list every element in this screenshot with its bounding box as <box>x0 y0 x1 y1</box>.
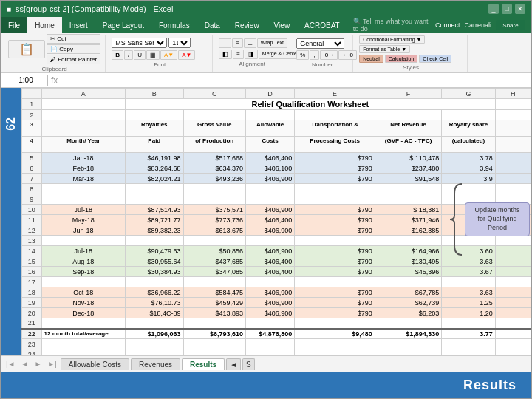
cell-b10[interactable]: $87,514.93 <box>126 205 183 215</box>
cell-b8[interactable] <box>126 184 183 194</box>
copy-button[interactable]: 📄 Copy <box>47 44 100 54</box>
cell-a14[interactable]: Jul-18 <box>41 246 126 256</box>
col-f-header[interactable]: F <box>375 89 441 99</box>
minimize-button[interactable]: _ <box>488 4 499 14</box>
cell-e20[interactable]: $790 <box>295 308 375 318</box>
align-right-button[interactable]: ◨ <box>245 50 258 59</box>
tab-file[interactable]: File <box>1 17 27 33</box>
cell-b6[interactable]: $83,264.68 <box>126 163 183 174</box>
cell-e12[interactable]: $790 <box>295 225 375 236</box>
cell-a7[interactable]: Mar-18 <box>41 174 126 184</box>
cell-f9[interactable] <box>375 194 441 205</box>
cell-d12[interactable]: $406,900 <box>245 225 294 236</box>
cell-c10[interactable]: $375,571 <box>183 205 245 215</box>
cell-c12[interactable]: $613,675 <box>183 225 245 236</box>
tab-insert[interactable]: Insert <box>62 17 95 33</box>
cell-e8[interactable] <box>295 184 375 194</box>
wrap-text-button[interactable]: Wrap Text <box>257 38 287 48</box>
cell-e15[interactable]: $790 <box>295 256 375 267</box>
cell-d8[interactable] <box>245 184 294 194</box>
cell-g20[interactable]: 1.20 <box>442 308 495 318</box>
cell-h2[interactable] <box>495 110 531 120</box>
cell-b9[interactable] <box>126 194 183 205</box>
cell-b11[interactable]: $89,721.77 <box>126 215 183 225</box>
col-a-header[interactable]: A <box>41 89 126 99</box>
cell-e9[interactable] <box>295 194 375 205</box>
cell-d4[interactable]: Costs <box>245 137 294 153</box>
font-color-button[interactable]: A▼ <box>178 50 195 60</box>
cell-c22[interactable]: $6,793,610 <box>183 329 245 339</box>
cell-a19[interactable]: Nov-18 <box>41 298 126 308</box>
cell-f22[interactable]: $1,894,330 <box>375 329 441 339</box>
cell-b17[interactable] <box>126 277 183 287</box>
cell-b21[interactable] <box>126 318 183 329</box>
cell-f19[interactable]: $62,739 <box>375 298 441 308</box>
cell-d22[interactable]: $4,876,800 <box>245 329 294 339</box>
cell-title[interactable]: Relief Qualification Worksheet <box>126 99 496 110</box>
cell-h20[interactable] <box>495 308 531 318</box>
cell-c19[interactable]: $459,429 <box>183 298 245 308</box>
cell-h15[interactable] <box>495 256 531 267</box>
decrease-decimal-button[interactable]: ←.0 <box>338 50 357 60</box>
cell-c16[interactable]: $347,085 <box>183 267 245 277</box>
cell-f4[interactable]: (GVP - AC - TPC) <box>375 137 441 153</box>
cell-h19[interactable] <box>495 298 531 308</box>
cell-h16[interactable] <box>495 267 531 277</box>
tab-page-layout[interactable]: Page Layout <box>95 17 151 33</box>
cell-d7[interactable]: $406,900 <box>245 174 294 184</box>
cell-e11[interactable]: $790 <box>295 215 375 225</box>
cell-f11[interactable]: $371,946 <box>375 215 441 225</box>
bold-button[interactable]: B <box>112 50 123 60</box>
cell-b16[interactable]: $30,384.93 <box>126 267 183 277</box>
cell-h18[interactable] <box>495 287 531 298</box>
cell-d19[interactable]: $406,900 <box>245 298 294 308</box>
cell-d2[interactable] <box>245 110 294 120</box>
cell-b13[interactable] <box>126 236 183 246</box>
cell-f2[interactable] <box>375 110 441 120</box>
calculation-button[interactable]: Calculation <box>385 55 418 63</box>
cell-f14[interactable]: $164,966 <box>375 246 441 256</box>
format-as-table-button[interactable]: Format as Table ▼ <box>359 45 410 53</box>
cell-f17[interactable] <box>375 277 441 287</box>
cell-g19[interactable]: 1.25 <box>442 298 495 308</box>
col-g-header[interactable]: G <box>442 89 495 99</box>
cell-d10[interactable]: $406,900 <box>245 205 294 215</box>
cell-b2[interactable] <box>126 110 183 120</box>
cell-a8[interactable] <box>41 184 126 194</box>
col-d-header[interactable]: D <box>245 89 294 99</box>
cell-e17[interactable] <box>295 277 375 287</box>
cell-c9[interactable] <box>183 194 245 205</box>
percent-button[interactable]: % <box>296 50 309 60</box>
cut-button[interactable]: ✂ Cut <box>47 34 100 44</box>
cell-f13[interactable] <box>375 236 441 246</box>
cell-c4[interactable]: of Production <box>183 137 245 153</box>
cell-f3[interactable]: Net Revenue <box>375 120 441 137</box>
cell-a11[interactable]: May-18 <box>41 215 126 225</box>
cell-g16[interactable]: 3.67 <box>442 267 495 277</box>
cell-f7[interactable]: $91,548 <box>375 174 441 184</box>
cell-e3[interactable]: Transportation & <box>295 120 375 137</box>
maximize-button[interactable]: □ <box>502 4 512 14</box>
tab-home[interactable]: Home <box>27 17 62 33</box>
col-e-header[interactable]: E <box>295 89 375 99</box>
cell-f21[interactable] <box>375 318 441 329</box>
format-painter-button[interactable]: 🖌 Format Painter <box>47 55 100 64</box>
increase-decimal-button[interactable]: .0→ <box>320 50 338 60</box>
cell-h5[interactable] <box>495 153 531 163</box>
cell-a9[interactable] <box>41 194 126 205</box>
tab-acrobat[interactable]: ACROBAT <box>297 17 347 33</box>
cell-a16[interactable]: Sep-18 <box>41 267 126 277</box>
align-top-button[interactable]: ⊤ <box>219 38 231 48</box>
col-c-header[interactable]: C <box>183 89 245 99</box>
cell-f5[interactable]: $ 110,478 <box>375 153 441 163</box>
cell-d11[interactable]: $406,400 <box>245 215 294 225</box>
tab-nav-first[interactable]: |◄ <box>4 360 18 368</box>
cell-f18[interactable]: $67,785 <box>375 287 441 298</box>
cell-a2[interactable] <box>41 110 126 120</box>
cell-e22[interactable]: $9,480 <box>295 329 375 339</box>
cell-h17[interactable] <box>495 277 531 287</box>
cell-a22[interactable]: 12 month total/average <box>41 329 126 339</box>
cell-c3[interactable]: Gross Value <box>183 120 245 137</box>
paste-button[interactable]: 📋 <box>8 40 45 58</box>
cell-e21[interactable] <box>295 318 375 329</box>
